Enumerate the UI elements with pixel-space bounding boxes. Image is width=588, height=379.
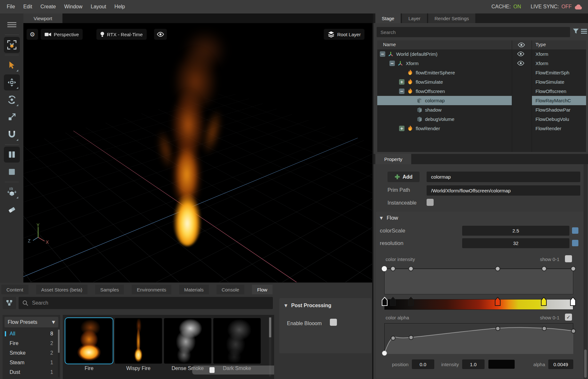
browser-search-input[interactable] xyxy=(19,297,273,309)
select-tool[interactable] xyxy=(4,57,20,73)
tree-row-xform[interactable]: −XformXform xyxy=(377,59,586,68)
type-column-header[interactable]: Type xyxy=(535,42,546,47)
tab-environments[interactable]: Environments xyxy=(132,285,171,294)
prim-name-field[interactable] xyxy=(427,172,580,182)
tree-row-flowoffscreen[interactable]: −flowOffscreenFlowOffscreen xyxy=(377,87,586,96)
tab-flow[interactable]: Flow xyxy=(252,285,273,294)
preset-thumbnail-dense-smoke[interactable] xyxy=(164,318,211,364)
intensity-handle[interactable] xyxy=(390,266,396,271)
options-menu-icon[interactable] xyxy=(581,29,587,34)
thumbnails-horizontal-scrollbar[interactable] xyxy=(192,366,274,375)
tree-row-flowsimulate[interactable]: +flowSimulateFlowSimulate xyxy=(377,77,586,87)
tab-property[interactable]: Property xyxy=(375,154,411,164)
stage-search-input[interactable] xyxy=(377,27,570,37)
filter-funnel-icon[interactable] xyxy=(573,28,579,34)
collapse-icon[interactable]: − xyxy=(399,88,404,94)
visibility-button[interactable] xyxy=(154,29,167,40)
preset-thumbnail-fire[interactable] xyxy=(65,318,113,364)
property-scrollbar[interactable] xyxy=(584,164,587,379)
color-stop-marker[interactable] xyxy=(408,297,414,306)
colorScale-field[interactable] xyxy=(462,226,569,236)
preset-category-smoke[interactable]: Smoke2 xyxy=(3,348,58,358)
root-layer-button[interactable]: Root Layer xyxy=(324,29,364,40)
preset-category-steam[interactable]: Steam1 xyxy=(3,358,58,367)
prim-path-field[interactable] xyxy=(427,185,580,196)
show01-alpha-checkbox[interactable] xyxy=(565,314,572,321)
menu-item-window[interactable]: Window xyxy=(60,0,86,13)
move-tool[interactable] xyxy=(4,74,20,90)
tab-materials[interactable]: Materials xyxy=(179,285,209,294)
viewport-3d[interactable]: ⚙ Perspective RTX - Real-Time Root Layer xyxy=(23,23,372,282)
cloud-icon[interactable] xyxy=(574,4,583,10)
property-scrollbar-thumb[interactable] xyxy=(584,350,587,378)
tab-asset-stores-beta-[interactable]: Asset Stores (beta) xyxy=(36,285,87,294)
tab-console[interactable]: Console xyxy=(216,285,244,294)
show01-intensity-checkbox[interactable] xyxy=(565,255,572,262)
colorScale-key-indicator[interactable] xyxy=(572,227,578,234)
tree-row-flowrender[interactable]: +flowRenderFlowRender xyxy=(377,124,586,133)
alpha-curve-point[interactable] xyxy=(495,326,500,331)
collapse-icon[interactable]: − xyxy=(389,61,395,66)
intensity-handle[interactable] xyxy=(382,266,387,271)
viewport-settings-button[interactable]: ⚙ xyxy=(27,29,38,40)
intensity-handle[interactable] xyxy=(571,266,576,271)
color-stop-marker[interactable] xyxy=(382,297,388,306)
preset-category-all[interactable]: All8 xyxy=(3,329,58,339)
name-column-header[interactable]: Name xyxy=(383,42,396,47)
tab-samples[interactable]: Samples xyxy=(95,285,124,294)
alpha-curve-point[interactable] xyxy=(409,335,413,340)
visibility-column-header[interactable] xyxy=(518,42,525,47)
intensity-field[interactable] xyxy=(462,359,485,369)
menu-item-file[interactable]: File xyxy=(3,0,19,13)
stop-tool[interactable] xyxy=(4,164,20,180)
stop-color-swatch[interactable] xyxy=(488,360,515,369)
alpha-curve-point[interactable] xyxy=(542,326,547,331)
menu-item-edit[interactable]: Edit xyxy=(19,0,37,13)
eye-icon[interactable] xyxy=(517,61,525,66)
enable-bloom-checkbox[interactable] xyxy=(330,319,337,326)
physics-tool[interactable] xyxy=(4,184,20,200)
instanceable-checkbox[interactable] xyxy=(427,199,434,206)
alpha-field[interactable] xyxy=(548,359,573,369)
flow-presets-dropdown[interactable]: Flow Presets ▼ xyxy=(4,317,58,327)
menu-item-layout[interactable]: Layout xyxy=(86,0,110,13)
add-property-button[interactable]: Add xyxy=(388,172,420,182)
tree-row-world-defaultprim-[interactable]: −World (defaultPrim)Xform xyxy=(377,49,586,59)
post-processing-header[interactable]: ▼ Post Processing xyxy=(284,303,331,308)
tree-row-flowemittersphere[interactable]: flowEmitterSphereFlowEmitterSph xyxy=(377,68,586,77)
color-intensity-graph[interactable] xyxy=(384,265,573,296)
resolution-key-indicator[interactable] xyxy=(572,240,578,246)
color-ramp-gradient[interactable] xyxy=(384,299,573,310)
menu-item-create[interactable]: Create xyxy=(36,0,60,13)
presets-scrollbar[interactable] xyxy=(58,330,60,377)
expand-icon[interactable]: + xyxy=(399,126,404,131)
color-stop-marker[interactable] xyxy=(570,297,576,306)
main-menu[interactable] xyxy=(4,17,20,33)
intensity-handle[interactable] xyxy=(542,266,547,271)
camera-selector-button[interactable]: Perspective xyxy=(41,29,83,40)
tab-stage[interactable]: Stage xyxy=(375,13,401,23)
scale-tool[interactable] xyxy=(4,109,20,125)
selection-mode[interactable] xyxy=(4,37,20,53)
color-stop-marker[interactable] xyxy=(390,297,396,306)
tab-viewport[interactable]: Viewport xyxy=(23,13,62,23)
eye-icon[interactable] xyxy=(517,51,525,56)
renderer-selector-button[interactable]: RTX - Real-Time xyxy=(96,29,147,40)
alpha-curve-point[interactable] xyxy=(382,351,387,356)
position-field[interactable] xyxy=(412,359,434,369)
menu-item-help[interactable]: Help xyxy=(110,0,129,13)
tab-render-settings[interactable]: Render Settings xyxy=(428,13,476,23)
tab-content[interactable]: Content xyxy=(1,285,29,294)
snap-tool[interactable] xyxy=(4,126,20,142)
color-alpha-curve[interactable] xyxy=(384,323,573,354)
preset-thumbnail-wispy-fire[interactable] xyxy=(115,318,162,364)
intensity-handle[interactable] xyxy=(408,266,413,271)
expand-icon[interactable]: + xyxy=(399,79,404,85)
flow-section-header[interactable]: ▼ Flow xyxy=(380,215,398,221)
preset-thumbnail-dark-smoke[interactable] xyxy=(213,318,261,364)
color-stop-marker[interactable] xyxy=(541,297,547,306)
color-stop-marker[interactable] xyxy=(495,297,501,306)
tab-layer[interactable]: Layer xyxy=(402,13,427,23)
preset-category-dust[interactable]: Dust1 xyxy=(3,367,58,377)
resolution-field[interactable] xyxy=(462,238,569,248)
